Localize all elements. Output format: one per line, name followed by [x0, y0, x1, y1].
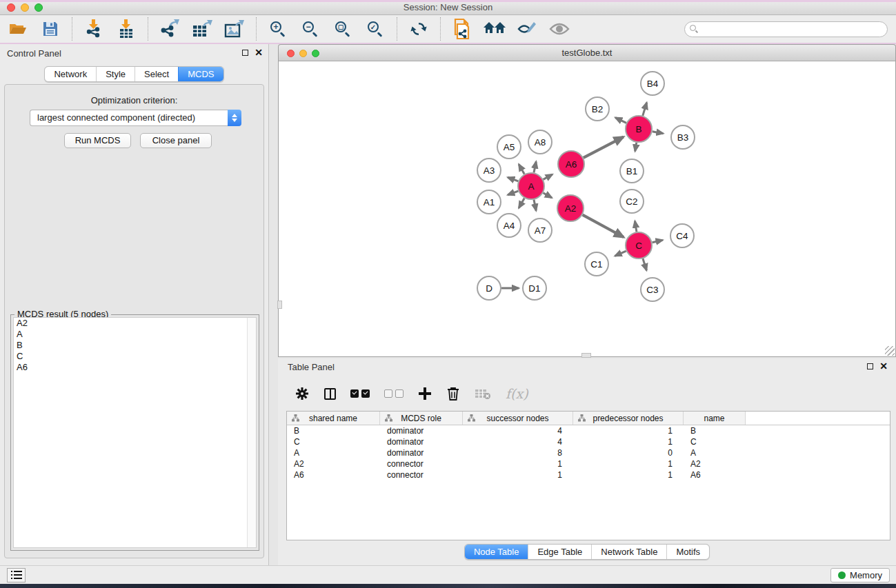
edge-A-A8[interactable]: [534, 161, 536, 172]
add-column-icon[interactable]: [418, 387, 432, 401]
table-row[interactable]: A2connector11A2: [287, 458, 890, 469]
tab-network[interactable]: Network: [45, 67, 96, 81]
graph-node-C[interactable]: C: [626, 232, 652, 258]
graph-node-C1[interactable]: C1: [585, 252, 608, 276]
zoom-out-icon[interactable]: −: [299, 18, 321, 40]
memory-button[interactable]: Memory: [830, 568, 890, 582]
function-builder-icon[interactable]: f(x): [506, 386, 528, 401]
edge-B-B1[interactable]: [635, 143, 637, 152]
resize-grip-icon[interactable]: [885, 346, 895, 356]
graph-node-A6[interactable]: A6: [558, 151, 584, 177]
refresh-icon[interactable]: [408, 18, 430, 40]
delete-column-icon[interactable]: [446, 386, 460, 401]
settings-gear-icon[interactable]: [295, 386, 310, 401]
graph-node-A4[interactable]: A4: [497, 214, 521, 237]
edge-A2-C[interactable]: [583, 215, 624, 237]
table-header-row[interactable]: shared nameMCDS rolesuccessor nodesprede…: [287, 412, 890, 425]
edge-C-C1[interactable]: [615, 251, 626, 256]
select-all-checkboxes-icon[interactable]: [350, 389, 370, 398]
import-table-icon[interactable]: [115, 18, 137, 40]
table-tab-node-table[interactable]: Node Table: [465, 545, 528, 559]
title-bar[interactable]: Session: New Session: [0, 0, 896, 15]
close-panel-icon[interactable]: ✕: [255, 50, 263, 56]
edge-A-A2[interactable]: [543, 193, 552, 198]
graph-node-A7[interactable]: A7: [528, 219, 552, 242]
open-file-icon[interactable]: [7, 18, 29, 40]
import-network-icon[interactable]: [83, 18, 105, 40]
graph-node-C4[interactable]: C4: [670, 224, 694, 247]
edge-A-A3[interactable]: [508, 177, 518, 181]
search-input[interactable]: [684, 21, 888, 37]
clear-checkboxes-icon[interactable]: [384, 389, 404, 398]
edge-A-A4[interactable]: [519, 198, 524, 207]
graph-node-D[interactable]: D: [477, 276, 501, 300]
tab-select[interactable]: Select: [135, 67, 178, 81]
result-item[interactable]: C: [14, 351, 256, 362]
result-item[interactable]: A2: [14, 318, 256, 329]
edge-A6-B[interactable]: [584, 137, 624, 158]
edge-C-C2[interactable]: [635, 221, 636, 232]
result-item[interactable]: A6: [14, 362, 256, 373]
tab-style[interactable]: Style: [96, 67, 135, 81]
horizontal-scroll-nub[interactable]: [581, 353, 591, 358]
zoom-fit-icon[interactable]: ▢: [332, 18, 354, 40]
node-table[interactable]: shared nameMCDS rolesuccessor nodesprede…: [286, 411, 890, 540]
close-table-panel-icon[interactable]: ✕: [879, 363, 888, 369]
edge-C-C4[interactable]: [653, 240, 663, 242]
graph-node-B3[interactable]: B3: [671, 125, 695, 149]
document-share-icon[interactable]: [451, 18, 473, 40]
network-window-titlebar[interactable]: testGlobe.txt: [278, 44, 896, 61]
table-tab-motifs[interactable]: Motifs: [666, 545, 709, 559]
column-header-name[interactable]: name: [684, 412, 746, 425]
graph-node-A5[interactable]: A5: [497, 135, 521, 159]
edge-A-A5[interactable]: [519, 164, 524, 174]
task-history-button[interactable]: [7, 568, 26, 582]
edge-B-B3[interactable]: [653, 132, 664, 134]
network-canvas[interactable]: B4B2BB3A5A8A6A3AB1A1C2A2A4A7C4C1CC3DD1: [278, 61, 896, 357]
edge-A-A6[interactable]: [544, 174, 552, 179]
save-session-icon[interactable]: [39, 18, 61, 40]
graph-node-B[interactable]: B: [626, 116, 652, 142]
export-image-icon[interactable]: [223, 18, 246, 40]
float-table-panel-icon[interactable]: [867, 363, 873, 369]
mcds-result-list[interactable]: A2ABCA6: [13, 317, 257, 548]
graph-node-A2[interactable]: A2: [557, 195, 584, 221]
edge-B-B2[interactable]: [615, 118, 626, 123]
close-panel-button[interactable]: Close panel: [140, 133, 212, 148]
delete-table-icon[interactable]: [475, 387, 491, 400]
graph-node-A[interactable]: A: [518, 173, 544, 199]
table-row[interactable]: Bdominator41B: [287, 425, 890, 436]
table-row[interactable]: Cdominator41C: [287, 436, 890, 447]
graph-node-A3[interactable]: A3: [477, 159, 501, 182]
column-header-shared-name[interactable]: shared name: [287, 412, 380, 425]
column-header-successor-nodes[interactable]: successor nodes: [463, 412, 573, 425]
result-list-scrollbar[interactable]: [247, 318, 256, 547]
graph-node-A8[interactable]: A8: [528, 130, 552, 154]
edge-A-A1[interactable]: [508, 191, 518, 195]
table-row[interactable]: A6connector11A6: [287, 469, 890, 480]
table-tab-network-table[interactable]: Network Table: [591, 545, 666, 559]
toggle-panes-icon[interactable]: [324, 388, 336, 400]
pen-eye-icon[interactable]: [516, 18, 538, 40]
vertical-scroll-nub[interactable]: [277, 301, 282, 309]
zoom-in-icon[interactable]: +: [267, 18, 289, 40]
graph-node-B1[interactable]: B1: [620, 159, 644, 183]
zoom-selected-icon[interactable]: ✓: [364, 18, 386, 40]
graph-node-B4[interactable]: B4: [641, 72, 664, 95]
column-header-mcds-role[interactable]: MCDS role: [380, 412, 463, 425]
criterion-dropdown[interactable]: largest connected component (directed): [30, 110, 241, 126]
graph-node-A1[interactable]: A1: [477, 190, 501, 214]
tab-mcds[interactable]: MCDS: [178, 67, 223, 81]
result-item[interactable]: B: [14, 340, 256, 351]
float-panel-icon[interactable]: [242, 50, 248, 56]
double-house-icon[interactable]: [484, 18, 506, 40]
edge-B-B4[interactable]: [643, 103, 647, 116]
table-row[interactable]: Adominator80A: [287, 447, 890, 458]
graph-node-B2[interactable]: B2: [586, 97, 609, 121]
edge-C-C3[interactable]: [643, 258, 646, 270]
graph-node-D1[interactable]: D1: [523, 276, 546, 300]
graph-node-C2[interactable]: C2: [620, 190, 644, 213]
run-mcds-button[interactable]: Run MCDS: [64, 133, 131, 148]
eye-icon[interactable]: [548, 18, 570, 40]
graph-node-C3[interactable]: C3: [641, 278, 664, 301]
